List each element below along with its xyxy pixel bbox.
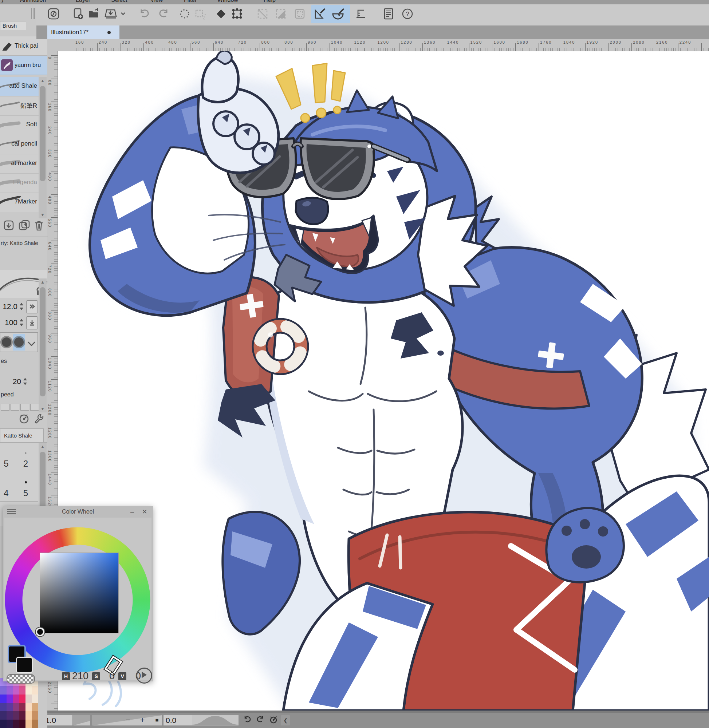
brush-item[interactable]: Soft bbox=[0, 116, 39, 135]
color-swatch[interactable] bbox=[0, 720, 7, 728]
color-swatch[interactable] bbox=[25, 703, 32, 711]
zoom-reset-button[interactable]: ■ bbox=[152, 715, 162, 725]
color-swatch[interactable] bbox=[13, 711, 19, 720]
wrench-icon[interactable] bbox=[34, 412, 46, 425]
menu-item-filter[interactable]: Filter bbox=[184, 0, 197, 3]
opacity-stepper[interactable] bbox=[19, 318, 24, 327]
background-color-swatch[interactable] bbox=[16, 657, 33, 673]
snap-to-ruler-icon[interactable] bbox=[313, 7, 327, 21]
brush-size-expand-button[interactable] bbox=[26, 300, 38, 313]
menu-item-window[interactable]: Window bbox=[217, 0, 238, 3]
rotate-right-button[interactable] bbox=[255, 715, 266, 725]
opacity-import-button[interactable] bbox=[26, 316, 38, 329]
color-swatch[interactable] bbox=[25, 720, 32, 728]
brush-tip-dropdown[interactable] bbox=[25, 334, 38, 351]
duplicate-brush-button[interactable] bbox=[18, 220, 31, 232]
color-swatch[interactable] bbox=[13, 720, 19, 728]
zoom-in-button[interactable]: + bbox=[137, 715, 147, 725]
color-swatch[interactable] bbox=[0, 703, 7, 711]
curve-preset-boxes[interactable] bbox=[1, 404, 39, 411]
property-scrollbar[interactable]: ▲ ▼ bbox=[39, 278, 47, 412]
color-swatch[interactable] bbox=[25, 686, 32, 695]
hue-value[interactable]: 210 bbox=[72, 670, 89, 682]
color-wheel-titlebar[interactable]: Color Wheel – ✕ bbox=[3, 506, 153, 518]
size-table-cell[interactable]: 2 bbox=[13, 443, 38, 472]
document-tab[interactable]: Illustration17* bbox=[47, 25, 120, 39]
color-swatch[interactable] bbox=[25, 711, 32, 720]
color-swatch[interactable] bbox=[7, 686, 13, 695]
tab-katto-shale[interactable]: Katto Shale bbox=[0, 428, 44, 443]
brush-item[interactable]: 7Marker bbox=[0, 193, 39, 212]
shrink-select-launcher-icon[interactable] bbox=[293, 7, 306, 21]
color-swatch[interactable] bbox=[19, 711, 26, 720]
color-swatch[interactable] bbox=[7, 711, 13, 720]
next-color-mode-button[interactable] bbox=[136, 668, 152, 684]
color-swatch[interactable] bbox=[0, 686, 7, 695]
close-icon[interactable]: ✕ bbox=[140, 507, 149, 516]
saturation-value[interactable]: 0 bbox=[102, 670, 115, 682]
color-swatch[interactable] bbox=[32, 720, 39, 728]
brush-list-scrollbar[interactable]: ▲ ▼ bbox=[39, 77, 47, 218]
open-file-button[interactable] bbox=[88, 7, 101, 21]
menu-item-[interactable]: ) bbox=[1, 0, 3, 3]
color-swatch[interactable] bbox=[19, 695, 26, 703]
sv-selector[interactable] bbox=[36, 628, 44, 636]
color-swatch[interactable] bbox=[7, 695, 13, 703]
color-swatch[interactable] bbox=[32, 711, 39, 720]
color-swatch[interactable] bbox=[19, 720, 26, 728]
minimize-icon[interactable]: – bbox=[127, 507, 137, 516]
delete-brush-button[interactable] bbox=[34, 220, 46, 232]
color-swatch[interactable] bbox=[0, 695, 7, 703]
menu-item-select[interactable]: Select bbox=[111, 0, 127, 3]
menu-item-help[interactable]: Help bbox=[264, 0, 276, 3]
color-swatch[interactable] bbox=[25, 695, 32, 703]
help-icon[interactable]: ? bbox=[401, 7, 414, 21]
stabilization-stepper[interactable] bbox=[23, 377, 28, 386]
saturation-value-square[interactable] bbox=[40, 553, 119, 633]
brush-tip-soft[interactable] bbox=[13, 334, 25, 351]
brush-size-stepper[interactable] bbox=[19, 302, 24, 311]
menu-item-animation[interactable]: Animation bbox=[20, 0, 46, 3]
brush-item[interactable]: cal pencil bbox=[0, 135, 39, 154]
color-swatch[interactable] bbox=[13, 686, 19, 695]
rect-select-launcher-icon[interactable] bbox=[255, 7, 270, 21]
color-swatch[interactable] bbox=[19, 686, 26, 695]
rotation-field[interactable]: 0.0 bbox=[163, 715, 194, 725]
snap-to-special-ruler-icon[interactable] bbox=[331, 7, 345, 21]
size-table-cell[interactable]: 5 bbox=[0, 443, 12, 472]
opacity-value[interactable]: 100 bbox=[0, 318, 18, 327]
brush-item[interactable]: Legenda bbox=[0, 174, 39, 193]
hscroll-left-arrow[interactable]: ❮ bbox=[281, 715, 290, 725]
brush-size-value[interactable]: 12.0 bbox=[0, 302, 18, 311]
brush-item[interactable]: at marker bbox=[0, 154, 39, 174]
brush-item[interactable]: atto Shale bbox=[0, 77, 39, 96]
menu-item-view[interactable]: View bbox=[150, 0, 163, 3]
color-swatch[interactable] bbox=[32, 703, 39, 711]
zoom-out-button[interactable]: − bbox=[123, 715, 133, 725]
color-swatch[interactable] bbox=[13, 703, 19, 711]
color-swatch[interactable] bbox=[19, 703, 26, 711]
size-table-cell[interactable]: 5 bbox=[13, 472, 38, 501]
color-swatch[interactable] bbox=[7, 703, 13, 711]
brush-tip-hard[interactable] bbox=[0, 334, 13, 351]
color-swatch[interactable] bbox=[32, 695, 39, 703]
zoom-slider-a[interactable] bbox=[73, 715, 90, 725]
timeline-icon[interactable] bbox=[382, 7, 395, 21]
rotate-left-button[interactable] bbox=[242, 715, 252, 725]
stabilization-value[interactable]: 20 bbox=[4, 377, 21, 386]
save-button[interactable] bbox=[104, 7, 118, 21]
size-table-cell[interactable]: 4 bbox=[0, 472, 12, 501]
stopwatch-icon[interactable] bbox=[18, 412, 31, 425]
toolbar-grip[interactable] bbox=[31, 8, 35, 19]
brush-item[interactable]: 鉛筆R bbox=[0, 96, 39, 116]
reset-rotation-button[interactable] bbox=[268, 715, 279, 725]
app-logo-icon[interactable] bbox=[47, 7, 60, 21]
rotation-slider[interactable] bbox=[192, 715, 239, 725]
drawing-canvas[interactable] bbox=[58, 51, 709, 711]
snap-to-grid-icon[interactable] bbox=[354, 7, 368, 21]
import-brush-button[interactable] bbox=[3, 220, 15, 232]
undo-button[interactable] bbox=[138, 7, 152, 21]
color-swatch[interactable] bbox=[0, 711, 7, 720]
color-swatch[interactable] bbox=[13, 695, 19, 703]
new-document-button[interactable] bbox=[71, 7, 85, 21]
